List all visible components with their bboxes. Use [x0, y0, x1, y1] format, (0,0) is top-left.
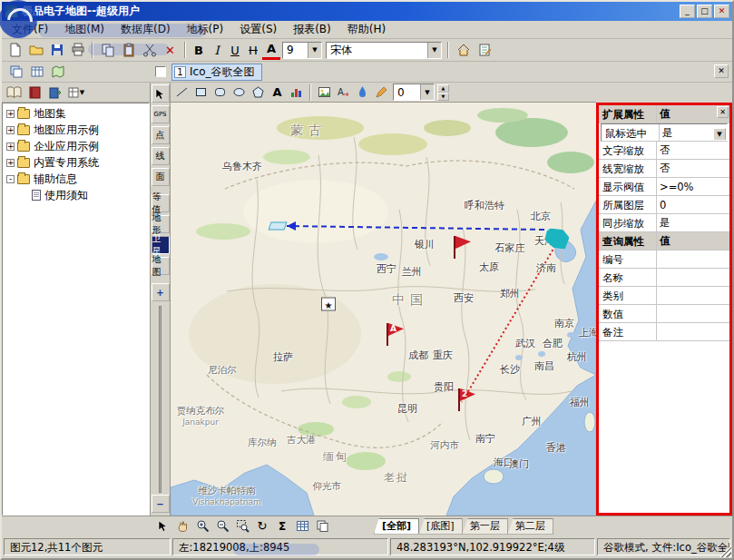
table-view-button[interactable] — [26, 63, 47, 82]
zoom-window-button[interactable] — [232, 517, 252, 535]
print-button[interactable] — [67, 41, 88, 60]
font-family-combo[interactable]: 宋体 ▼ — [326, 42, 442, 59]
map-view-button[interactable] — [47, 63, 68, 82]
copy-button[interactable] — [97, 41, 118, 60]
zoom-in-strip-button[interactable]: + — [152, 283, 170, 301]
tree-item[interactable]: + 内置专用系统 — [3, 154, 149, 171]
font-size-combo[interactable]: 9 ▼ — [282, 42, 322, 59]
layer-sheet-tab[interactable]: 第二层 — [508, 518, 553, 535]
format-button[interactable]: U — [226, 41, 244, 60]
new-file-button[interactable] — [5, 41, 25, 60]
draw-rect-button[interactable] — [191, 84, 210, 101]
menu-item[interactable]: 设置(S) — [231, 20, 285, 39]
format-button[interactable]: H — [244, 41, 262, 60]
chevron-down-icon[interactable]: ▼ — [308, 43, 321, 58]
map-tree[interactable]: + 地图集 + 地图应用示例 + 企业应用示例 + 内置专用系统 - — [2, 103, 150, 516]
grid-button[interactable] — [292, 517, 312, 535]
label-arrow-button[interactable]: A — [334, 84, 353, 101]
spinner-down-icon[interactable]: ▼ — [437, 93, 449, 101]
zoom-out-button[interactable] — [212, 517, 232, 535]
property-row[interactable]: 编号 ▼ — [599, 251, 729, 269]
draw-mode-button[interactable]: GPS — [152, 105, 170, 123]
tab-row-close-button[interactable]: ✕ — [714, 64, 729, 78]
property-row[interactable]: 数值 ▼ — [599, 305, 729, 323]
tree-expand-toggle[interactable]: + — [6, 126, 15, 134]
save-button[interactable] — [46, 41, 67, 60]
tree-expand-toggle[interactable]: + — [6, 159, 15, 167]
open-book-button[interactable] — [4, 84, 24, 102]
fill-button[interactable] — [353, 84, 372, 101]
property-row[interactable]: 显示阀值 >=0%▼ — [599, 178, 729, 196]
property-row[interactable]: 文字缩放 否▼ — [599, 142, 729, 160]
delete-button[interactable]: ✕ — [160, 41, 181, 60]
insert-image-button[interactable] — [315, 84, 334, 101]
map-canvas[interactable]: 蒙古乌鲁木齐呼和浩特北京天津银川石家庄太原济南西宁兰州中国西安郑州南京上海武汉合… — [171, 103, 596, 516]
layer-sheet-tab[interactable]: [底图] — [419, 518, 463, 535]
menu-item[interactable]: 帮助(H) — [339, 20, 394, 39]
draw-line-button[interactable] — [172, 84, 191, 101]
document-tab[interactable]: 1 Ico_谷歌全图 — [171, 64, 262, 81]
font-color-button[interactable]: A — [262, 41, 280, 60]
property-row[interactable]: 扩展属性 值▼ — [599, 105, 729, 123]
tree-item[interactable]: + 地图应用示例 — [3, 122, 149, 138]
title-bar[interactable]: 极品电子地图--超级用户 _ □ ✕ — [2, 2, 732, 21]
copy-view-button[interactable] — [312, 517, 332, 535]
tree-expand-toggle[interactable]: + — [6, 142, 15, 151]
layer-sheet-tab[interactable]: 第一层 — [463, 518, 508, 535]
property-row[interactable]: 类别 ▼ — [599, 287, 729, 305]
tree-item[interactable]: 使用须知 — [3, 187, 149, 203]
draw-mode-button[interactable]: 线 — [152, 147, 170, 165]
property-row[interactable]: 查询属性 值▼ — [599, 232, 729, 251]
line-width-spinner[interactable]: ▲ ▼ — [437, 84, 449, 101]
tree-options-button[interactable]: ▼ — [66, 84, 86, 102]
format-button[interactable]: B — [190, 41, 208, 60]
draw-mode-button[interactable]: 面 — [152, 168, 170, 186]
open-button[interactable] — [25, 41, 46, 60]
property-row[interactable]: 备注 ▼ — [599, 323, 729, 341]
chevron-down-icon[interactable]: ▼ — [427, 43, 441, 58]
chevron-down-icon[interactable]: ▼ — [420, 84, 434, 100]
layer-type-button[interactable]: 等值 — [152, 194, 170, 212]
layer-sheet-tab[interactable]: [全部] — [374, 518, 419, 535]
notes-button[interactable] — [474, 41, 494, 60]
draw-mode-button[interactable]: 点 — [152, 126, 170, 144]
zoom-in-button[interactable] — [192, 517, 212, 535]
property-row[interactable]: 线宽缩放 否▼ — [599, 160, 729, 178]
pan-button[interactable] — [172, 517, 192, 535]
draw-text-button[interactable]: A — [268, 84, 287, 101]
property-row[interactable]: 名称 ▼ — [599, 269, 729, 287]
tree-item[interactable]: - 辅助信息 — [3, 171, 149, 187]
closed-book-button[interactable] — [24, 84, 44, 102]
menu-item[interactable]: 数据库(D) — [113, 20, 179, 39]
property-row[interactable]: 鼠标选中 是▼ — [601, 123, 728, 142]
home-button[interactable] — [453, 41, 474, 60]
layer-type-button[interactable]: 卫星 — [152, 236, 170, 254]
layer-checkbox[interactable] — [155, 66, 166, 77]
select-cursor-button[interactable] — [152, 84, 170, 103]
refresh-button[interactable]: ↻ — [252, 517, 272, 535]
tree-expand-toggle[interactable]: - — [6, 175, 15, 183]
bottom-cursor-button[interactable] — [152, 517, 172, 535]
statistics-button[interactable]: Σ — [272, 517, 292, 535]
tree-item[interactable]: + 地图集 — [3, 105, 149, 122]
layer-type-button[interactable]: 地形 — [152, 215, 170, 233]
pen-button[interactable] — [372, 84, 391, 101]
dropdown-arrow-icon[interactable]: ▼ — [713, 128, 726, 140]
tree-item[interactable]: + 企业应用示例 — [3, 138, 149, 154]
format-button[interactable]: I — [208, 41, 226, 60]
spinner-up-icon[interactable]: ▲ — [437, 84, 449, 93]
close-button[interactable]: ✕ — [714, 5, 729, 18]
draw-roundrect-button[interactable] — [210, 84, 230, 101]
layer-type-button[interactable]: 地图 — [152, 257, 170, 275]
zoom-slider[interactable] — [159, 306, 161, 493]
panel-close-button[interactable]: ✕ — [717, 106, 729, 118]
zoom-out-strip-button[interactable]: − — [152, 495, 170, 513]
layers-view-button[interactable] — [5, 63, 26, 82]
menu-item[interactable]: 文件(F) — [4, 20, 56, 39]
tree-expand-toggle[interactable]: + — [6, 110, 15, 118]
draw-ellipse-button[interactable] — [230, 84, 249, 101]
menu-item[interactable]: 报表(B) — [285, 20, 339, 39]
minimize-button[interactable]: _ — [680, 5, 695, 18]
property-row[interactable]: 同步缩放 是▼ — [599, 214, 729, 232]
draw-chart-button[interactable] — [287, 84, 306, 101]
